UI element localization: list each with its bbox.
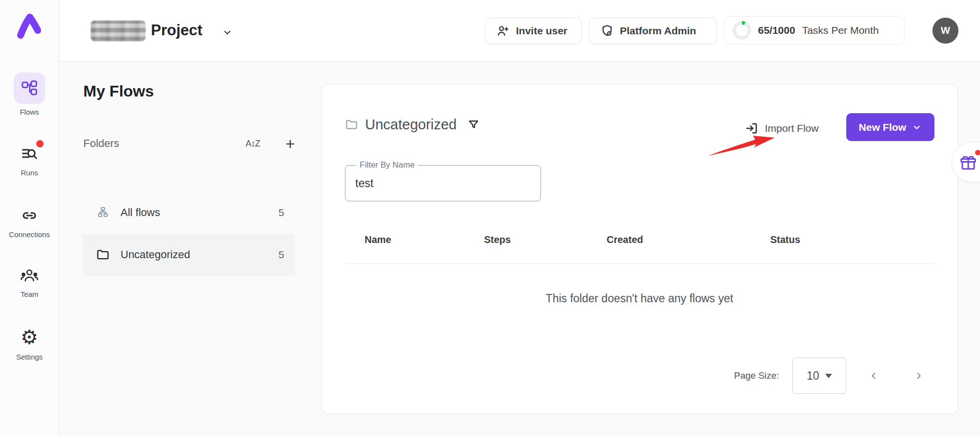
chevron-down-icon[interactable] <box>221 26 233 38</box>
flows-icon <box>14 73 45 104</box>
column-header-name: Name <box>365 234 391 245</box>
folders-header: Folders A↕Z + <box>83 137 295 150</box>
add-folder-button[interactable]: + <box>285 139 295 148</box>
filter-field-label: Filter By Name <box>356 160 418 170</box>
filter-by-name-input[interactable] <box>355 172 527 194</box>
folder-count: 5 <box>278 207 284 218</box>
sidebar-item-flows[interactable]: Flows <box>0 73 59 116</box>
sidebar-item-connections[interactable]: Connections <box>0 205 59 239</box>
panel-title-row: Uncategorized <box>345 117 480 133</box>
column-header-status: Status <box>770 234 800 245</box>
new-flow-label: New Flow <box>859 121 906 133</box>
import-flow-button[interactable]: Import Flow <box>745 121 819 135</box>
table-divider <box>345 264 934 264</box>
import-icon <box>745 121 759 135</box>
new-flow-button[interactable]: New Flow <box>846 113 934 141</box>
sidebar-item-runs[interactable]: Runs <box>0 143 59 177</box>
link-icon <box>14 205 45 226</box>
previous-page-button[interactable]: ‹ <box>871 365 876 384</box>
sidebar-item-label: Runs <box>0 169 59 177</box>
tasks-count: 65/1000 <box>758 24 795 36</box>
user-plus-icon <box>496 24 510 38</box>
chevron-down-icon <box>912 122 922 132</box>
project-name-redacted <box>91 21 146 41</box>
page-size-label: Page Size: <box>734 370 779 381</box>
sidebar-item-team[interactable]: Team <box>0 265 59 298</box>
sidebar-item-label: Settings <box>0 353 59 361</box>
folder-name: Uncategorized <box>121 248 190 261</box>
invite-user-button[interactable]: Invite user <box>485 18 582 44</box>
sidebar-item-label: Connections <box>0 230 59 239</box>
column-header-created: Created <box>607 234 643 245</box>
sort-alpha-icon[interactable]: A↕Z <box>245 139 260 149</box>
activepieces-logo-icon[interactable] <box>14 11 45 40</box>
user-avatar[interactable]: W <box>932 18 958 44</box>
sidebar-item-label: Flows <box>0 108 59 116</box>
folders-heading: Folders <box>83 137 119 150</box>
gift-icon <box>959 154 977 171</box>
page-size-value: 10 <box>807 369 819 383</box>
platform-admin-label: Platform Admin <box>620 25 696 37</box>
filter-by-name-field: Filter By Name <box>345 165 541 201</box>
team-icon <box>14 265 45 286</box>
app-window: Flows Runs Connections <box>0 0 980 436</box>
panel-folder-title: Uncategorized <box>365 117 457 133</box>
filter-funnel-icon[interactable] <box>467 119 480 131</box>
folder-icon <box>96 248 110 262</box>
folder-item-all-flows[interactable]: All flows 5 <box>82 192 295 233</box>
sidebar-item-label: Team <box>0 290 59 298</box>
tree-icon <box>96 206 110 219</box>
import-flow-label: Import Flow <box>765 122 819 134</box>
gear-icon: ⚙ <box>14 325 45 349</box>
folder-item-uncategorized[interactable]: Uncategorized 5 <box>82 234 295 275</box>
runs-notification-dot <box>36 140 44 147</box>
flows-table-header: Name Steps Created Status <box>345 234 934 249</box>
folder-name: All flows <box>121 206 160 219</box>
folder-count: 5 <box>278 249 284 261</box>
sidebar: Flows Runs Connections <box>0 0 59 436</box>
tasks-usage-pill[interactable]: 65/1000 Tasks Per Month <box>724 16 905 45</box>
platform-admin-button[interactable]: Platform Admin <box>589 18 717 44</box>
page-title: My Flows <box>83 82 154 100</box>
sidebar-item-settings[interactable]: ⚙ Settings <box>0 325 59 361</box>
page-size-select[interactable]: 10 <box>792 358 846 394</box>
empty-state-message: This folder doesn't have any flows yet <box>343 292 936 305</box>
column-header-steps: Steps <box>484 234 511 245</box>
tasks-label: Tasks Per Month <box>802 24 879 36</box>
pagination: Page Size: 10 ‹ › <box>730 357 934 396</box>
project-switcher[interactable]: Project <box>151 22 202 39</box>
caret-down-icon <box>825 374 832 378</box>
rewards-notification-dot <box>975 150 980 155</box>
invite-user-label: Invite user <box>516 25 567 37</box>
shield-admin-icon <box>600 24 614 38</box>
next-page-button[interactable]: › <box>916 365 921 384</box>
folder-icon <box>345 118 358 131</box>
tasks-progress-ring <box>733 21 751 40</box>
